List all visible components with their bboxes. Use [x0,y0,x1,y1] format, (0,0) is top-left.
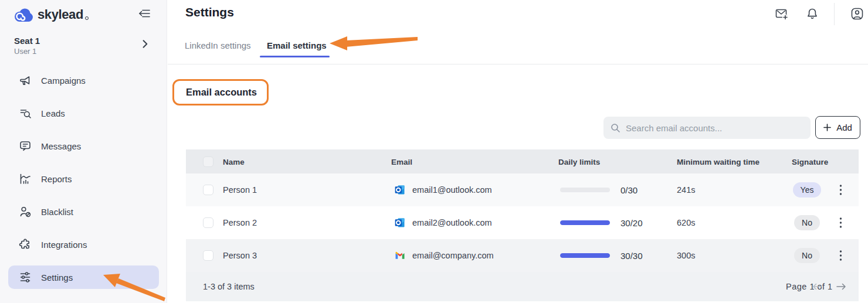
sidebar-item-blacklist[interactable]: Blacklist [8,200,159,223]
sidebar-item-messages[interactable]: Messages [8,134,159,158]
chat-bubble-icon [19,139,32,152]
brand-name: skylead [38,7,83,22]
row-checkbox[interactable] [203,217,213,228]
column-header-daily-limits: Daily limits [558,157,600,166]
kebab-menu-icon [839,217,842,229]
row-menu-button[interactable] [835,250,846,261]
table-footer: 1-3 of 3 items Page 1 of 1 [186,272,859,301]
notifications-button[interactable] [805,7,819,21]
sidebar-item-integrations[interactable]: Integrations [8,233,159,256]
row-name: Person 3 [223,251,257,260]
min-wait-value: 620s [677,218,695,227]
sidebar-item-label: Messages [41,141,81,151]
signature-badge: No [794,248,820,263]
plus-icon [823,124,831,131]
search-icon [611,123,621,133]
sidebar-nav: Campaigns Leads Messages Reports [8,69,159,298]
outlook-icon [394,217,406,229]
select-all-checkbox[interactable] [203,156,213,167]
megaphone-icon [19,74,32,87]
registered-mark-icon [85,16,89,20]
signature-badge: Yes [793,182,822,198]
daily-limit-progress [560,188,610,192]
sidebar-item-label: Leads [41,108,65,118]
page-title: Settings [185,5,234,19]
tab-email-settings[interactable]: Email settings [267,40,327,50]
table-header-row: Name Email Daily limits Minimum waiting … [186,149,859,173]
chevron-right-icon [142,39,149,49]
bell-icon [805,7,819,21]
signature-badge: No [794,215,820,230]
sidebar-item-settings[interactable]: Settings [8,265,159,289]
min-wait-value: 241s [677,185,695,195]
email-accounts-table: Name Email Daily limits Minimum waiting … [186,149,859,301]
gmail-icon [394,250,406,261]
arrow-right-icon [836,283,846,291]
table-row: Person 2 email2@outlook.com 30/20 620s N… [186,206,859,239]
arrow-left-icon [812,283,823,291]
row-email: email1@outlook.com [412,185,492,195]
daily-limit-value: 30/20 [621,218,643,228]
seat-title: Seat 1 [14,36,40,46]
new-message-button[interactable] [775,7,789,21]
table-row: Person 1 email1@outlook.com 0/30 241s Ye… [186,173,859,206]
add-button-label: Add [836,122,852,132]
active-tab-underline [260,56,330,57]
add-button[interactable]: Add [815,116,860,139]
sidebar-item-reports[interactable]: Reports [8,167,159,190]
seat-subtitle: User 1 [14,47,36,56]
row-menu-button[interactable] [835,217,846,229]
items-count: 1-3 of 3 items [203,282,255,291]
mail-plus-icon [775,7,789,21]
daily-limit-progress [560,220,610,225]
sidebar-collapse-button[interactable] [137,7,152,21]
row-name: Person 1 [223,185,257,195]
skylead-cloud-icon [13,6,33,23]
user-avatar-icon [850,7,864,21]
row-email: email@company.com [412,251,494,260]
blocked-user-icon [19,205,32,218]
daily-limit-value: 0/30 [621,185,638,195]
row-checkbox[interactable] [203,185,213,195]
brand-logo: skylead [13,5,89,25]
kebab-menu-icon [839,184,842,196]
sidebar-item-campaigns[interactable]: Campaigns [8,69,159,92]
kebab-menu-icon [839,250,842,261]
sidebar-item-leads[interactable]: Leads [8,101,159,125]
outlook-icon [394,184,406,196]
daily-limit-progress [560,253,610,258]
seat-selector[interactable]: Seat 1 User 1 [0,33,167,60]
daily-limit-value: 30/30 [621,251,643,261]
page-indicator: Page 1 of 1 [786,282,833,291]
column-header-name: Name [223,157,245,166]
sidebar-item-label: Integrations [41,240,87,250]
sidebar-item-label: Blacklist [41,207,73,217]
previous-page-button[interactable] [812,283,823,291]
search-email-accounts [603,117,811,139]
chart-icon [19,172,32,185]
sliders-icon [19,271,32,284]
account-button[interactable] [850,7,864,21]
next-page-button[interactable] [836,283,846,291]
table-row: Person 3 email@company.com 30/30 300s No [186,239,859,272]
annotation-highlight-box [172,79,269,105]
min-wait-value: 300s [677,251,695,260]
tabs-bottom-divider [168,64,868,64]
leads-search-icon [19,107,32,120]
row-menu-button[interactable] [835,184,846,196]
sidebar: skylead Seat 1 User 1 Campaigns Leads [0,0,167,303]
sidebar-item-label: Campaigns [41,76,86,86]
search-input[interactable] [626,123,796,133]
tab-linkedin-settings[interactable]: LinkedIn settings [185,40,251,50]
row-checkbox[interactable] [203,250,213,261]
column-header-signature: Signature [792,157,828,166]
row-name: Person 2 [223,218,257,227]
header-divider [834,3,835,25]
column-header-min-wait: Minimum waiting time [677,157,760,166]
annotation-arrow-email-settings-tab [330,36,418,50]
column-header-email: Email [391,157,412,166]
sidebar-item-label: Settings [41,273,73,282]
row-email: email2@outlook.com [412,218,492,227]
sidebar-item-label: Reports [41,174,72,184]
puzzle-icon [19,238,32,251]
